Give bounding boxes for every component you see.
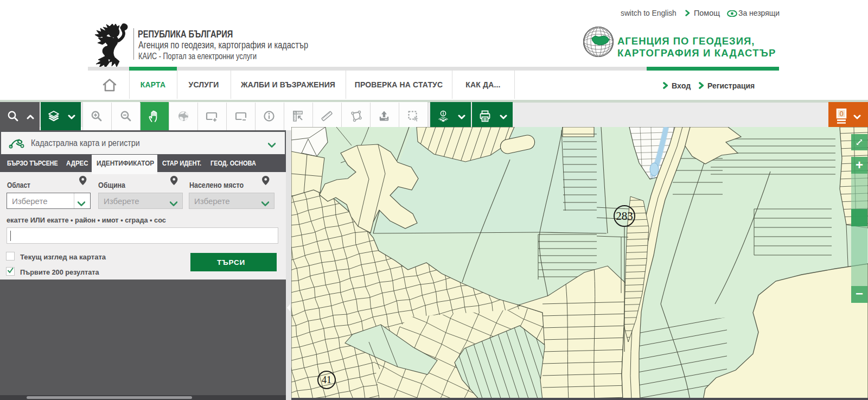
svg-text:283: 283 (616, 209, 633, 223)
svg-text:41: 41 (322, 374, 331, 385)
svg-text:0: 0 (839, 110, 843, 118)
